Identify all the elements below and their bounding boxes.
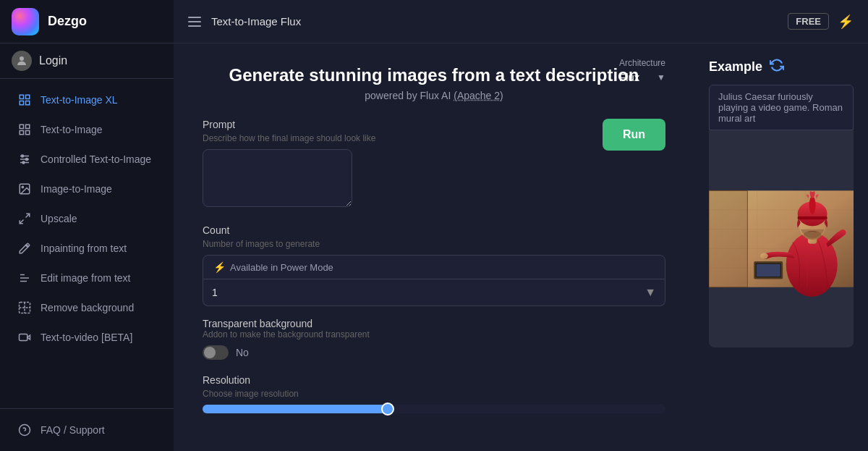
svg-rect-3 [20,101,23,105]
prompt-field-wrap: Prompt Describe how the final image shou… [203,119,591,210]
login-button[interactable]: Login [0,43,174,79]
count-select[interactable]: 1 2 3 4 [203,279,665,305]
svg-point-12 [22,155,24,157]
toggle-state-label: No [236,347,249,358]
toggle-row: No [203,345,665,360]
run-button-wrap: Run [603,119,665,152]
sidebar-item-label: Text-to-video [BETA] [41,332,132,343]
apache-link[interactable]: (Apache 2) [454,90,503,101]
left-panel: Architecture Flux SDXL ▼ Generate stunni… [174,43,694,451]
sidebar-item-label: Image-to-Image [41,183,112,195]
resolution-slider-track [203,405,665,413]
sidebar-item-faq[interactable]: FAQ / Support [6,416,168,444]
topbar-left: Text-to-Image Flux [188,15,301,28]
prompt-textarea[interactable] [203,149,352,207]
architecture-label: Architecture [619,58,665,68]
svg-rect-54 [709,190,747,287]
prompt-section: Prompt Describe how the final image shou… [203,119,665,210]
svg-rect-4 [26,101,30,105]
eraser-icon [17,300,32,315]
sidebar-item-text-to-image-xl[interactable]: Text-to-Image XL [6,85,168,114]
svg-rect-48 [798,216,827,219]
sidebar-item-label: Edit image from text [41,272,131,284]
svg-rect-1 [20,95,23,98]
run-button[interactable]: Run [603,119,665,151]
resolution-slider-thumb[interactable] [381,402,394,416]
transparent-bg-label: Transparent background [203,318,665,329]
upscale-icon [17,211,32,226]
page-subheading: powered by Flux AI (Apache 2) [203,90,665,101]
svg-rect-7 [20,131,23,135]
count-section: Count Number of images to generate ⚡ Ava… [203,224,665,306]
free-badge: FREE [788,13,829,30]
sidebar-nav: Text-to-Image XL Text-to-Image Controlle… [0,79,174,408]
svg-point-0 [20,56,24,61]
main-area: Text-to-Image Flux FREE ⚡ Architecture F… [174,0,868,451]
power-mode-text: Available in Power Mode [230,262,333,273]
svg-rect-53 [757,264,780,277]
resolution-label: Resolution [203,374,665,386]
grid-small-icon [17,122,32,137]
sidebar-item-inpainting[interactable]: Inpainting from text [6,234,168,263]
sidebar-item-label: Inpainting from text [41,243,127,254]
prompt-sublabel: Describe how the final image should look… [203,133,591,143]
sidebar-item-label: Controlled Text-to-Image [41,153,151,165]
topbar: Text-to-Image Flux FREE ⚡ [174,0,868,43]
sidebar-item-label: Text-to-Image [41,124,103,135]
power-mode-banner: ⚡ Available in Power Mode [203,255,665,279]
architecture-section: Architecture Flux SDXL ▼ [619,58,665,84]
page-title: Generate stunning images from a text des… [203,65,665,85]
svg-rect-25 [20,334,27,341]
app-logo [12,8,39,35]
svg-point-37 [760,253,768,259]
svg-rect-8 [26,131,30,135]
brush-icon [17,241,32,256]
refresh-icon[interactable] [770,58,784,76]
sidebar-header: Dezgo [0,0,174,43]
sidebar-item-text-to-video[interactable]: Text-to-video [BETA] [6,323,168,352]
sidebar: Dezgo Login Text-to-Image XL Text-to-Ima… [0,0,174,451]
sidebar-item-edit-image[interactable]: Edit image from text [6,264,168,292]
transparent-bg-section: Transparent background Addon to make the… [203,318,665,360]
prompt-label: Prompt [203,119,591,130]
sidebar-item-label: Upscale [41,213,77,224]
count-sublabel: Number of images to generate [203,239,665,249]
power-bolt-icon: ⚡ [213,261,226,273]
topbar-right: FREE ⚡ [788,13,854,30]
question-icon [17,423,32,437]
svg-point-40 [804,230,822,239]
example-header: Example [709,58,854,76]
login-label: Login [39,54,67,67]
resolution-sublabel: Choose image resolution [203,389,665,399]
sidebar-item-controlled-text-to-image[interactable]: Controlled Text-to-Image [6,145,168,174]
right-panel: Example Julius Caesar furiously playing … [694,43,868,451]
page-heading: Generate stunning images from a text des… [203,65,665,101]
sidebar-item-upscale[interactable]: Upscale [6,204,168,233]
svg-line-18 [20,220,23,224]
menu-icon[interactable] [188,17,201,27]
sliders-icon [17,152,32,167]
example-image [709,130,854,347]
example-title: Example [709,59,762,75]
video-icon [17,330,32,345]
svg-rect-5 [20,125,23,128]
image-icon [17,182,32,196]
sidebar-item-label: Remove background [41,302,134,313]
sidebar-footer: FAQ / Support [0,408,174,451]
svg-rect-2 [26,95,30,98]
resolution-slider-fill [203,405,388,413]
svg-point-49 [809,196,816,214]
transparent-bg-toggle[interactable] [203,345,229,360]
svg-line-17 [26,214,30,217]
avatar [12,51,32,71]
architecture-select[interactable]: Flux SDXL [619,71,663,83]
resolution-section: Resolution Choose image resolution [203,374,665,413]
grid-icon [17,93,32,107]
count-select-wrap: 1 2 3 4 ▼ [203,279,665,306]
svg-rect-6 [26,125,30,128]
sidebar-item-image-to-image[interactable]: Image-to-Image [6,174,168,203]
sidebar-item-remove-background[interactable]: Remove background [6,293,168,322]
topbar-title: Text-to-Image Flux [211,15,301,28]
sidebar-item-text-to-image[interactable]: Text-to-Image [6,115,168,144]
svg-point-27 [20,425,30,436]
